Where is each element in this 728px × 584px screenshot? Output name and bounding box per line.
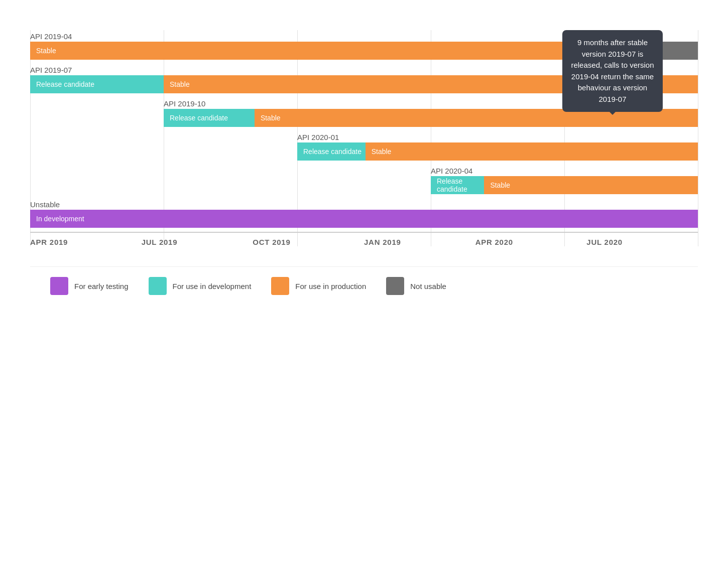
legend-swatch-orange <box>271 277 289 295</box>
label-api-2020-01: API 2020-01 <box>297 131 698 142</box>
bar-indev-unstable: In development <box>30 210 698 228</box>
legend: For early testing For use in development… <box>30 266 698 305</box>
legend-swatch-purple <box>50 277 68 295</box>
bar-row-api-2020-01: Release candidate Stable <box>297 142 698 161</box>
chart-container: 9 months after stable version 2019-07 is… <box>0 0 728 315</box>
grid-line-5 <box>698 30 698 246</box>
bar-row-unstable: In development <box>30 210 698 228</box>
legend-item-gray: Not usable <box>386 277 446 295</box>
tooltip-text: 9 months after stable version 2019-07 is… <box>571 38 654 103</box>
bar-stable-2019-04: Stable <box>30 42 584 60</box>
x-label-apr2020: APR 2020 <box>475 238 587 246</box>
legend-item-orange: For use in production <box>271 277 366 295</box>
row-unstable: Unstable In development <box>30 198 698 228</box>
x-label-apr2019: APR 2019 <box>30 238 142 246</box>
row-api-2020-04: API 2020-04 Release candidate Stable <box>30 165 698 194</box>
label-api-2020-04: API 2020-04 <box>431 165 698 176</box>
x-axis: APR 2019 JUL 2019 OCT 2019 JAN 2019 APR … <box>30 232 698 246</box>
bar-stable-2020-01: Stable <box>366 142 698 161</box>
legend-item-purple: For early testing <box>50 277 129 295</box>
legend-label-teal: For use in development <box>173 282 252 290</box>
bar-row-api-2020-04: Release candidate Stable <box>431 176 698 194</box>
legend-item-teal: For use in development <box>149 277 252 295</box>
x-label-oct2019: OCT 2019 <box>253 238 364 246</box>
tooltip-box: 9 months after stable version 2019-07 is… <box>562 30 663 112</box>
legend-swatch-gray <box>386 277 404 295</box>
label-unstable: Unstable <box>30 198 698 210</box>
x-label-jul2019: JUL 2019 <box>142 238 253 246</box>
bar-rc-2019-10: Release candidate <box>164 109 255 127</box>
bar-rc-2020-04: Release candidate <box>431 176 484 194</box>
legend-label-orange: For use in production <box>295 282 366 290</box>
legend-label-gray: Not usable <box>410 282 446 290</box>
bar-rc-2020-01: Release candidate <box>297 142 366 161</box>
row-api-2020-01: API 2020-01 Release candidate Stable <box>30 131 698 161</box>
legend-label-purple: For early testing <box>74 282 129 290</box>
bar-rc-2019-07: Release candidate <box>30 75 164 93</box>
legend-swatch-teal <box>149 277 167 295</box>
x-label-jan2019: JAN 2019 <box>364 238 475 246</box>
bar-stable-2020-04: Stable <box>484 176 698 194</box>
x-label-jul2020: JUL 2020 <box>586 238 698 246</box>
